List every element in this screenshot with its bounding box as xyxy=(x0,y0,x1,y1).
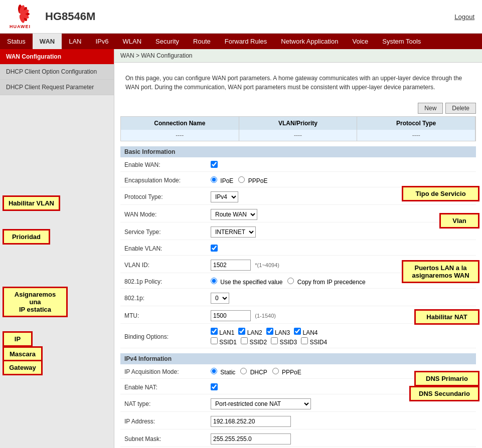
enable-nat-checkbox[interactable] xyxy=(211,383,218,390)
connection-table: Connection Name VLAN/Priority Protocol T… xyxy=(120,116,476,141)
enable-wan-checkbox[interactable] xyxy=(211,161,218,168)
nav-forward-rules[interactable]: Forward Rules xyxy=(218,34,274,49)
enable-wan-label: Enable WAN: xyxy=(120,159,211,170)
static-radio[interactable] xyxy=(211,368,217,374)
ssid2-label: SSID2 xyxy=(241,337,267,346)
nav-ipv6[interactable]: IPv6 xyxy=(89,34,116,49)
sidebar-item-wan-config[interactable]: WAN Configuration xyxy=(0,49,114,64)
breadcrumb: WAN > WAN Configuration xyxy=(114,49,482,63)
nav-lan[interactable]: LAN xyxy=(62,34,88,49)
enable-vlan-checkbox[interactable] xyxy=(211,245,218,252)
mtu-label: MTU: xyxy=(120,310,211,321)
sidebar-item-dhcp-option[interactable]: DHCP Client Option Configuration xyxy=(0,64,114,80)
service-type-row: Service Type: INTERNET xyxy=(120,225,476,240)
nav-wlan[interactable]: WLAN xyxy=(116,34,149,49)
wan-mode-label: WAN Mode: xyxy=(120,209,211,220)
cell-connection-name: ---- xyxy=(121,130,239,141)
dhcp-radio[interactable] xyxy=(240,368,247,374)
dhcp-radio-label: DHCP xyxy=(240,368,267,376)
annotation-dns-secundario: DNS Secundario xyxy=(409,386,479,401)
lan1-label: LAN1 xyxy=(211,328,234,336)
wan-mode-select[interactable]: Route WAN xyxy=(211,209,257,220)
ssid3-label: SSID3 xyxy=(271,337,297,346)
dot1p-select[interactable]: 0 xyxy=(211,293,229,304)
lan1-checkbox[interactable] xyxy=(211,328,218,335)
annotation-ip-estatica: Asignaremos una IP estatica xyxy=(3,287,68,317)
cell-protocol: ---- xyxy=(357,130,475,141)
encap-mode-row: Encapsulation Mode: IPoE PPPoE xyxy=(120,174,476,187)
ipoe-radio-label: IPoE xyxy=(211,176,233,184)
binding-options-label: Binding Options: xyxy=(120,331,211,342)
protocol-type-select[interactable]: IPv4 xyxy=(211,191,238,202)
basic-section-title: Basic Information xyxy=(120,146,476,157)
annotation-habilitar-vlan: Habilitar VLAN xyxy=(3,195,60,211)
dot1p-policy-label: 802.1p Policy: xyxy=(120,276,211,287)
pppoe-radio[interactable] xyxy=(238,176,245,183)
ip-acq-label: IP Acquisition Mode: xyxy=(120,366,211,377)
annotation-dns-primario: DNS Primario xyxy=(414,371,479,386)
nav-network-app[interactable]: Network Application xyxy=(274,34,345,49)
nav-security[interactable]: Security xyxy=(148,34,186,49)
main-nav: Status WAN LAN IPv6 WLAN Security Route … xyxy=(0,34,482,49)
info-text: On this page, you can configure WAN port… xyxy=(120,69,476,97)
ssid4-checkbox[interactable] xyxy=(301,337,308,344)
nat-type-select[interactable]: Port-restricted cone NAT xyxy=(211,398,311,409)
vlan-hint: *(1~4094) xyxy=(255,262,279,268)
service-type-label: Service Type: xyxy=(120,227,211,238)
annotation-habilitar-nat: Habilitar NAT xyxy=(414,309,479,325)
lan3-label: LAN3 xyxy=(266,328,290,336)
annotation-puertos-lan: Puertos LAN a la asignaremos WAN xyxy=(402,260,479,283)
specified-radio[interactable] xyxy=(211,278,217,284)
mtu-input[interactable] xyxy=(211,310,251,321)
lan3-checkbox[interactable] xyxy=(266,328,273,335)
vlan-id-input[interactable] xyxy=(211,260,251,271)
ssid1-checkbox[interactable] xyxy=(211,337,218,344)
copy-radio-label: Copy from IP precedence xyxy=(287,278,365,286)
nav-system-tools[interactable]: System Tools xyxy=(375,34,428,49)
enable-vlan-label: Enable VLAN: xyxy=(120,243,211,254)
ipoe-radio[interactable] xyxy=(211,176,217,183)
static-radio-label: Static xyxy=(211,368,235,376)
pppoe-radio2[interactable] xyxy=(272,368,279,374)
ssid3-checkbox[interactable] xyxy=(271,337,278,344)
wan-mode-row: WAN Mode: Route WAN xyxy=(120,207,476,222)
nav-wan[interactable]: WAN xyxy=(33,34,62,49)
ssid4-label: SSID4 xyxy=(301,337,327,346)
binding-options-row: Binding Options: LAN1 LAN2 LAN3 LAN4 SSI… xyxy=(120,326,476,348)
copy-radio[interactable] xyxy=(287,278,294,284)
lan2-label: LAN2 xyxy=(238,328,262,336)
annotation-ip: IP xyxy=(3,331,33,347)
pppoe-radio-label: PPPoE xyxy=(238,176,267,184)
service-type-select[interactable]: INTERNET xyxy=(211,227,256,238)
lan2-checkbox[interactable] xyxy=(238,328,245,335)
col-protocol-type: Protocol Type xyxy=(357,117,475,130)
dot1p-row: 802.1p: 0 xyxy=(120,291,476,306)
protocol-type-label: Protocol Type: xyxy=(120,191,211,202)
nav-route[interactable]: Route xyxy=(186,34,218,49)
nav-status[interactable]: Status xyxy=(0,34,33,49)
annotation-gateway: Gateway xyxy=(3,360,43,375)
encap-mode-label: Encapsulation Mode: xyxy=(120,175,211,186)
dot1p-label: 802.1p: xyxy=(120,293,211,304)
subnet-mask-input[interactable] xyxy=(211,433,291,444)
ip-address-input[interactable] xyxy=(211,416,291,427)
logout-button[interactable]: Logout xyxy=(454,13,474,21)
enable-wan-row: Enable WAN: xyxy=(120,158,476,172)
ssid2-checkbox[interactable] xyxy=(241,337,248,344)
specified-radio-label: Use the specified value xyxy=(211,278,282,286)
enable-vlan-row: Enable VLAN: xyxy=(120,242,476,256)
delete-button[interactable]: Delete xyxy=(445,103,476,114)
huawei-logo-text: HUAWEI xyxy=(10,24,31,29)
col-connection-name: Connection Name xyxy=(121,117,239,130)
annotation-tipo-servicio: Tipo de Servicio xyxy=(402,186,479,201)
cell-vlan: ---- xyxy=(239,130,358,141)
new-button[interactable]: New xyxy=(418,103,443,114)
lan4-checkbox[interactable] xyxy=(294,328,301,335)
enable-nat-label: Enable NAT: xyxy=(120,382,211,393)
subnet-mask-label: Subnet Mask: xyxy=(120,433,211,444)
page-title: HG8546M xyxy=(45,10,454,23)
sidebar-item-dhcp-request[interactable]: DHCP Client Request Parameter xyxy=(0,80,114,95)
pppoe-radio-label2: PPPoE xyxy=(272,368,301,376)
nav-voice[interactable]: Voice xyxy=(345,34,375,49)
ipv4-section-title: IPv4 Information xyxy=(120,353,476,364)
